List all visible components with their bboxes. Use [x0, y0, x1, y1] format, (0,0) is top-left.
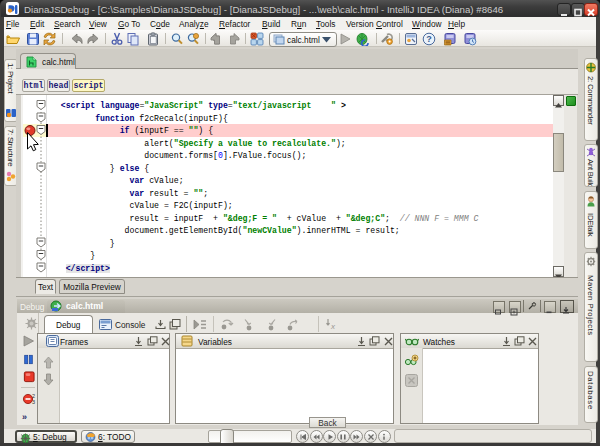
svg-text:x: x: [330, 322, 336, 331]
svg-text:?: ?: [426, 34, 432, 44]
svg-text:3: 3: [32, 399, 35, 405]
